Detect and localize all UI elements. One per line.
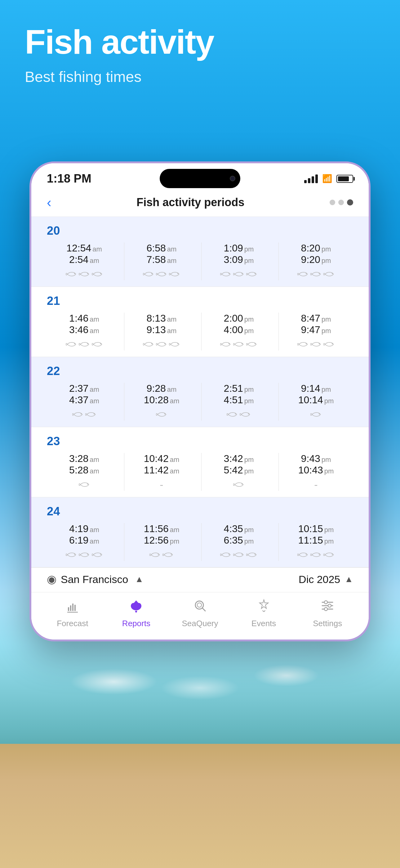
fish-icons: - [314,478,318,491]
svg-point-12 [74,343,75,344]
status-icons: 📶 [304,174,353,183]
time-start: 8:13am [147,313,177,324]
dot-2 [338,199,344,205]
svg-rect-44 [70,606,71,611]
location-row: ◉ San Francisco ▲ [47,573,143,586]
svg-point-55 [324,601,328,604]
day-section-24: 244:19am6:19am 11:56am12:56pm 4:35pm6:35… [31,497,369,567]
time-end: 9:20pm [301,254,331,266]
svg-point-40 [306,554,307,555]
svg-point-5 [177,273,178,274]
fish-icons [156,408,167,421]
svg-point-32 [74,554,75,555]
time-start: 9:43pm [301,453,331,464]
forecast-icon [65,598,80,616]
svg-point-27 [235,413,236,414]
svg-point-39 [255,554,256,555]
svg-point-30 [87,483,88,485]
svg-point-48 [135,611,137,613]
status-time: 1:18 PM [47,172,92,185]
time-start: 8:47pm [301,313,331,324]
battery-icon [336,175,353,183]
day-section-22: 222:37am4:37am 9:28am10:28am 2:51pm4:51p… [31,357,369,427]
footer-bar: ◉ San Francisco ▲ Dic 2025 ▲ [31,567,369,592]
time-start: 4:19am [69,523,99,535]
time-end: 2:54am [69,254,99,266]
fish-dash-icon: - [314,479,318,491]
fish-icons [66,338,103,350]
location-arrow-icon[interactable]: ▲ [135,574,143,584]
time-col-22-2: 2:51pm4:51pm [201,383,276,421]
svg-point-38 [241,554,243,555]
nav-label-events: Events [252,619,276,628]
svg-point-24 [80,413,82,414]
nav-item-events[interactable]: Events [242,598,286,628]
svg-point-21 [306,343,307,344]
fish-icons [143,338,180,350]
time-col-23-2: 3:42pm5:42pm [201,453,276,491]
settings-icon [320,598,335,616]
times-grid-22: 2:37am4:37am 9:28am10:28am 2:51pm4:51pm … [47,383,353,421]
fish-dash-icon: - [160,479,163,491]
times-grid-21: 1:46am3:46am 8:13am9:13am 2:00pm4:00pm 8… [47,313,353,350]
time-col-23-3: 9:43pm10:43pm- [278,453,353,491]
time-col-20-1: 6:58am7:58am [124,243,199,280]
svg-point-15 [151,343,153,344]
app-header: ‹ Fish activity periods [31,188,369,217]
svg-point-19 [241,343,243,344]
time-end: 9:47pm [301,324,331,336]
fish-icons [220,549,257,561]
bottom-nav: Forecast Reports SeaQuery [31,592,369,640]
svg-point-26 [164,413,166,414]
svg-point-33 [87,554,88,555]
svg-point-36 [171,554,172,555]
svg-rect-45 [72,603,73,611]
time-end: 10:14pm [298,394,334,406]
nav-label-settings: Settings [313,619,342,628]
fish-icons [66,268,103,280]
nav-item-forecast[interactable]: Forecast [51,598,94,628]
nav-item-reports[interactable]: Reports [114,598,158,628]
dot-1 [330,199,335,205]
back-button[interactable]: ‹ [47,195,52,210]
fish-icons [66,549,103,561]
time-start: 10:15pm [298,523,334,535]
nav-item-seaquery[interactable]: SeaQuery [178,598,222,628]
time-col-24-2: 4:35pm6:35pm [201,523,276,561]
nav-label-seaquery: SeaQuery [182,619,218,628]
events-icon [257,598,271,616]
svg-point-57 [324,608,328,611]
time-col-24-1: 11:56am12:56pm [124,523,199,561]
pagination-dots [330,199,353,206]
date-arrow-icon[interactable]: ▲ [344,574,353,584]
svg-rect-43 [68,607,69,611]
time-end: 4:37am [69,394,99,406]
svg-point-2 [100,273,101,274]
time-col-21-2: 2:00pm4:00pm [201,313,276,350]
time-start: 2:37am [69,383,99,394]
svg-point-7 [241,273,243,274]
time-col-22-3: 9:14pm10:14pm [278,383,353,421]
svg-point-25 [94,413,95,414]
nav-item-settings[interactable]: Settings [306,598,349,628]
day-number-22: 22 [47,365,353,378]
time-col-24-3: 10:15pm11:15pm [278,523,353,561]
time-col-21-0: 1:46am3:46am [47,313,122,350]
date-row: Dic 2025 ▲ [299,574,353,586]
day-number-21: 21 [47,294,353,308]
svg-point-56 [328,604,331,607]
beach-sand [0,744,400,868]
fish-icons [72,408,96,421]
times-grid-23: 3:28am5:28am 10:42am11:42am-3:42pm5:42pm… [47,453,353,491]
svg-point-14 [100,343,101,344]
svg-point-8 [255,273,256,274]
day-number-23: 23 [47,435,353,448]
time-start: 9:14pm [301,383,331,394]
svg-point-20 [255,343,256,344]
svg-point-29 [319,413,320,414]
time-end: 11:15pm [298,535,334,546]
status-bar: 1:18 PM 📶 [31,163,369,188]
svg-point-0 [74,273,75,274]
nav-label-forecast: Forecast [57,619,88,628]
time-start: 2:51pm [224,383,254,394]
